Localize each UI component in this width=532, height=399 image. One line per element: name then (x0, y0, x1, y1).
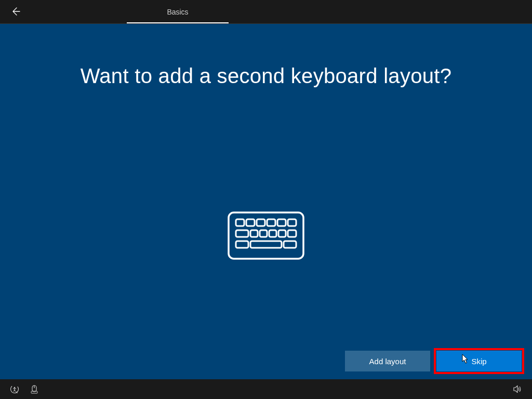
main-content: Want to add a second keyboard layout? Ad… (0, 24, 532, 379)
svg-rect-13 (236, 241, 248, 248)
keyboard-icon (227, 211, 305, 262)
add-layout-button[interactable]: Add layout (345, 351, 430, 371)
svg-rect-8 (250, 230, 258, 237)
skip-button-label: Skip (471, 357, 486, 366)
svg-rect-4 (267, 219, 275, 226)
top-bar: Basics (0, 0, 532, 23)
mouse-icon (30, 384, 39, 394)
svg-rect-11 (278, 230, 286, 237)
volume-icon (513, 384, 522, 394)
ease-of-access-icon (10, 384, 19, 394)
svg-rect-9 (260, 230, 267, 237)
back-button[interactable] (9, 5, 22, 18)
tab-basics[interactable]: Basics (127, 0, 229, 23)
svg-rect-10 (269, 230, 276, 237)
svg-rect-1 (236, 219, 244, 226)
page-heading: Want to add a second keyboard layout? (0, 64, 532, 88)
tab-label: Basics (127, 8, 229, 22)
svg-rect-3 (257, 219, 265, 226)
bottom-bar (0, 379, 532, 399)
ease-of-access-button[interactable] (7, 382, 22, 396)
svg-rect-7 (236, 230, 248, 237)
svg-rect-5 (277, 219, 286, 226)
button-row: Add layout Skip (345, 351, 522, 371)
skip-button[interactable]: Skip (436, 351, 522, 371)
svg-rect-15 (284, 241, 296, 248)
volume-button[interactable] (510, 382, 525, 396)
svg-point-17 (14, 387, 16, 389)
svg-rect-6 (288, 219, 296, 226)
back-arrow-icon (10, 6, 21, 17)
svg-rect-2 (246, 219, 255, 226)
svg-rect-14 (250, 241, 282, 248)
input-method-button[interactable] (27, 382, 42, 396)
svg-rect-12 (288, 230, 296, 237)
